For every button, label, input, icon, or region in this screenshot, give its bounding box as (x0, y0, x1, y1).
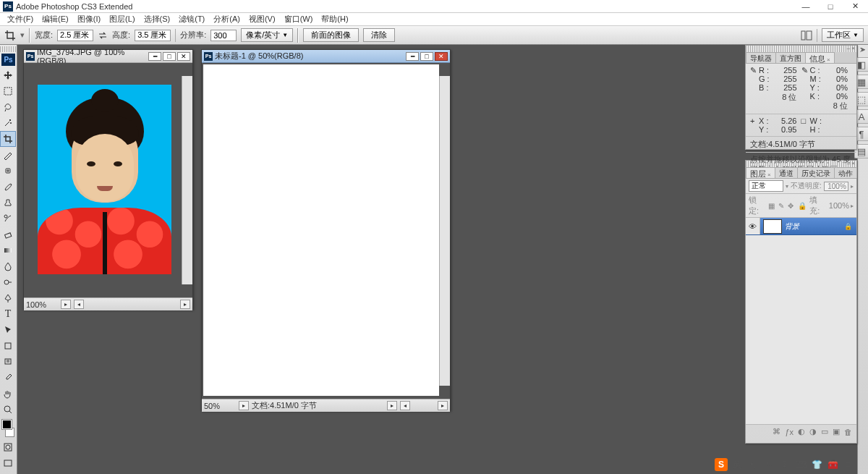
ime-emoji-icon[interactable]: ☺ (762, 458, 775, 471)
tab-navigator[interactable]: 导航器 (746, 52, 776, 63)
lock-all-icon[interactable]: 🔒 (798, 202, 807, 210)
delete-layer-icon[interactable]: 🗑 (844, 428, 852, 436)
menu-layer[interactable]: 图层(L) (105, 14, 139, 25)
swap-dimensions-icon[interactable] (98, 30, 108, 41)
adjustment-layer-icon[interactable]: ◑ (809, 427, 817, 436)
lasso-tool[interactable] (0, 99, 16, 115)
stamp-tool[interactable] (0, 195, 16, 211)
doc2-zoom[interactable]: 50% (204, 402, 236, 410)
ime-voice-icon[interactable]: 🎙 (778, 458, 791, 471)
tab-layers[interactable]: 图层× (746, 167, 775, 178)
menu-filter[interactable]: 滤镜(T) (174, 14, 209, 25)
close-button[interactable]: ✕ (845, 1, 865, 12)
menu-window[interactable]: 窗口(W) (280, 14, 318, 25)
layout-icon[interactable] (801, 30, 812, 41)
type-tool[interactable]: T (0, 306, 16, 322)
doc1-canvas[interactable] (38, 85, 171, 274)
doc1-status-menu[interactable]: ▸ (61, 300, 71, 309)
hand-tool[interactable] (0, 386, 16, 402)
layer-name[interactable]: 背景 (785, 221, 844, 232)
history-brush-tool[interactable] (0, 211, 16, 227)
eyedropper-tool[interactable] (0, 370, 16, 386)
wand-tool[interactable] (0, 115, 16, 131)
slice-tool[interactable] (0, 147, 16, 163)
shape-tool[interactable] (0, 338, 16, 354)
menu-analysis[interactable]: 分析(A) (209, 14, 244, 25)
gradient-tool[interactable] (0, 242, 16, 258)
screenmode-toggle[interactable] (0, 455, 16, 471)
eraser-tool[interactable] (0, 227, 16, 242)
height-input[interactable] (135, 30, 171, 41)
move-tool[interactable] (0, 67, 16, 83)
layer-mask-icon[interactable]: ◐ (798, 427, 805, 436)
crop-tool-icon[interactable] (4, 30, 16, 41)
crop-tool[interactable] (0, 131, 16, 147)
panel-collapse-icon[interactable]: – × (847, 160, 855, 166)
tab-channels[interactable]: 通道 (775, 167, 798, 178)
doc1-close[interactable]: ✕ (177, 52, 190, 61)
color-swatches[interactable] (1, 419, 15, 438)
ime-toolbox-icon[interactable]: 🧰 (826, 458, 839, 471)
lock-paint-icon[interactable]: ✎ (778, 202, 787, 210)
doc2-canvas[interactable] (203, 64, 439, 396)
doc1-vscroll[interactable] (182, 76, 192, 284)
layer-group-icon[interactable]: ▭ (821, 427, 828, 436)
heal-tool[interactable] (0, 163, 16, 179)
menu-edit[interactable]: 编辑(E) (38, 14, 73, 25)
layer-thumbnail[interactable] (763, 219, 782, 234)
menu-image[interactable]: 图像(I) (73, 14, 105, 25)
doc1-maximize[interactable]: □ (163, 52, 176, 61)
blend-mode-select[interactable]: 正常 (749, 180, 783, 192)
link-layers-icon[interactable]: ⌘ (773, 427, 780, 436)
doc2-status-menu[interactable]: ▸ (239, 401, 249, 410)
clear-button[interactable]: 清除 (363, 28, 395, 42)
panel-collapse-icon[interactable]: – × (847, 45, 855, 51)
front-image-button[interactable]: 前面的图像 (303, 28, 359, 42)
doc2-hscroll-right[interactable]: ▸ (438, 401, 448, 410)
notes-tool[interactable] (0, 354, 16, 370)
resolution-input[interactable] (210, 30, 237, 41)
layer-row[interactable]: 👁 背景 🔒 (746, 218, 856, 235)
maximize-button[interactable]: □ (820, 1, 841, 12)
minimize-button[interactable]: ― (796, 1, 816, 12)
ime-keyboard-icon[interactable]: ⌨ (794, 458, 807, 471)
brush-tool[interactable] (0, 179, 16, 195)
tab-histogram[interactable]: 直方图 (775, 52, 806, 63)
tab-info[interactable]: 信息× (805, 52, 835, 63)
doc2-hscroll-left[interactable]: ◂ (400, 401, 410, 410)
ime-sogou-icon[interactable]: S (715, 458, 728, 471)
doc1-minimize[interactable]: ━ (148, 52, 161, 61)
ime-menu-icon[interactable]: ≡ (842, 458, 855, 471)
new-layer-icon[interactable]: ▣ (833, 427, 840, 436)
doc2-info-menu[interactable]: ▸ (387, 401, 397, 410)
zoom-tool[interactable] (0, 402, 16, 418)
tab-history[interactable]: 历史记录 (797, 167, 835, 178)
lock-transparent-icon[interactable]: ▦ (768, 202, 777, 210)
resolution-unit-dropdown[interactable]: 像素/英寸▼ (241, 28, 293, 42)
doc1-zoom[interactable]: 100% (26, 300, 58, 309)
pen-tool[interactable] (0, 290, 16, 306)
menu-file[interactable]: 文件(F) (3, 14, 38, 25)
opacity-input[interactable]: 100% (824, 182, 848, 191)
dock-expand-icon[interactable]: ⮞ (860, 47, 866, 54)
marquee-tool[interactable] (0, 83, 16, 99)
layer-fx-icon[interactable]: ƒx (785, 428, 793, 436)
doc1-hscroll-left[interactable]: ◂ (74, 300, 84, 309)
blur-tool[interactable] (0, 258, 16, 274)
visibility-toggle[interactable]: 👁 (746, 218, 760, 234)
ime-skin-icon[interactable]: 👕 (810, 458, 823, 471)
ime-lang-toggle[interactable]: 英 (731, 458, 744, 471)
path-select-tool[interactable] (0, 322, 16, 338)
fill-input[interactable]: 100% (829, 201, 849, 210)
tab-actions[interactable]: 动作 (834, 167, 857, 178)
menu-view[interactable]: 视图(V) (244, 14, 280, 25)
workspace-dropdown[interactable]: 工作区▼ (822, 28, 864, 42)
doc2-minimize[interactable]: ━ (406, 52, 419, 61)
width-input[interactable] (57, 30, 93, 41)
menu-help[interactable]: 帮助(H) (317, 14, 352, 25)
lock-position-icon[interactable]: ✥ (788, 202, 796, 210)
quickmask-toggle[interactable] (0, 439, 16, 455)
doc1-hscroll-right[interactable]: ▸ (180, 300, 190, 309)
doc2-maximize[interactable]: □ (420, 52, 433, 61)
doc2-vscroll[interactable] (439, 76, 450, 386)
